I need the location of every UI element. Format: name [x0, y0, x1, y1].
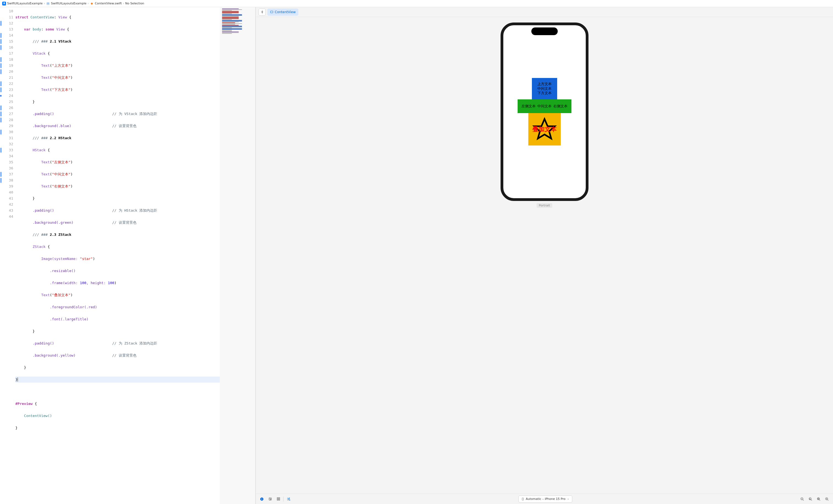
- proto: View: [56, 27, 65, 31]
- pin-icon: [260, 10, 264, 14]
- cmt: /// ###: [33, 232, 50, 236]
- str: "中间文本": [52, 172, 71, 176]
- preview-footer: Automatic – iPhone 15 Pro 1: [256, 494, 833, 504]
- sliders-icon: [287, 497, 290, 501]
- chevron-icon: ›: [88, 2, 89, 5]
- type: VStack: [33, 51, 46, 55]
- canvas-icon: [270, 10, 273, 14]
- cursor-icon: [268, 497, 272, 501]
- svg-rect-0: [270, 11, 273, 13]
- zstack-overlay-text: 叠加文本: [532, 125, 556, 133]
- cmt: // 设置背景色: [112, 221, 136, 225]
- preview-canvas[interactable]: 上方文本 中间文本 下方文本 左侧文本 中间文本 右侧文本: [256, 17, 833, 494]
- cmt: 2.1 VStack: [50, 39, 71, 43]
- vstack-preview: 上方文本 中间文本 下方文本: [532, 78, 557, 100]
- fn: Text: [41, 160, 50, 164]
- svg-point-16: [817, 497, 819, 500]
- str: "叠加文本": [52, 293, 71, 297]
- cmt: // 为 HStack 添加内边距: [112, 208, 157, 212]
- cmt: /// ###: [33, 136, 50, 140]
- meth: .font(.largeTitle): [50, 317, 89, 321]
- type: ContentView: [30, 15, 54, 19]
- svg-point-9: [289, 498, 290, 498]
- chevron-icon: ›: [123, 2, 124, 5]
- breadcrumb[interactable]: A SwiftUILayoutsExample › ▤ SwiftUILayou…: [0, 0, 833, 7]
- vstack-text: 上方文本: [538, 82, 552, 86]
- cmt: // 设置背景色: [112, 124, 136, 128]
- zoom-fit-button[interactable]: [815, 496, 822, 502]
- selectable-button[interactable]: [267, 496, 273, 502]
- str: "上方文本": [52, 64, 71, 68]
- preview-chip-label: ContentView: [275, 10, 295, 14]
- meth: .foregroundColor(.red): [50, 305, 97, 309]
- minimap[interactable]: [220, 7, 256, 504]
- zoom-actual-button[interactable]: 1: [807, 496, 814, 502]
- cmt: // 为 VStack 添加内边距: [112, 112, 157, 116]
- play-icon: [260, 497, 264, 501]
- cmt: 2.2 HStack: [50, 136, 71, 140]
- bc-project[interactable]: SwiftUILayoutsExample: [7, 2, 43, 5]
- phone-icon: [521, 497, 524, 501]
- zoom-out-button[interactable]: [799, 496, 806, 502]
- zoom-100-icon: 1: [809, 497, 812, 501]
- meth: .background(.yellow): [33, 353, 76, 357]
- vstack-text: 下方文本: [538, 91, 552, 96]
- svg-rect-8: [279, 499, 280, 500]
- phone-content: 上方文本 中间文本 下方文本 左侧文本 中间文本 右侧文本: [518, 78, 571, 146]
- fn: Text: [41, 87, 50, 92]
- str: "star": [80, 257, 93, 261]
- svg-point-11: [290, 500, 290, 500]
- swift-file-icon: ◆: [90, 2, 94, 5]
- device-selector[interactable]: Automatic – iPhone 15 Pro: [518, 496, 572, 503]
- cmt: // 设置背景色: [112, 353, 136, 357]
- hstack-text: 左侧文本: [521, 104, 536, 109]
- zoom-fit-icon: [817, 497, 820, 501]
- num: 100: [108, 281, 114, 285]
- zoom-in-icon: [825, 497, 829, 501]
- id: body: [33, 27, 41, 31]
- device-settings-button[interactable]: [285, 496, 292, 502]
- cmt: // 为 ZStack 添加内边距: [112, 341, 157, 345]
- fn: Image(systemName:: [41, 257, 80, 261]
- code-editor[interactable]: 10 11 12 13 14 15 16 17 18 19 20 21 22 2…: [0, 7, 220, 504]
- cmt: /// ###: [33, 39, 50, 43]
- type: ZStack: [33, 245, 46, 249]
- svg-point-10: [288, 499, 289, 499]
- str: "左侧文本": [52, 160, 71, 164]
- svg-rect-17: [818, 498, 819, 499]
- zstack-preview: 叠加文本: [528, 113, 561, 146]
- fn: Text: [41, 75, 50, 80]
- pin-button[interactable]: [259, 8, 266, 16]
- zoom-in-button[interactable]: [824, 496, 830, 502]
- chevron-icon: ›: [44, 2, 45, 5]
- svg-rect-7: [277, 499, 278, 500]
- bc-file[interactable]: ContentView.swift: [95, 2, 122, 5]
- bc-selection[interactable]: No Selection: [125, 2, 144, 5]
- preview-chip[interactable]: ContentView: [267, 8, 299, 16]
- str: "右侧文本": [52, 184, 71, 188]
- meth: .padding(): [33, 208, 54, 212]
- live-preview-button[interactable]: [259, 496, 265, 502]
- grid-icon: [277, 497, 280, 501]
- fn: Text: [41, 64, 50, 68]
- svg-rect-5: [277, 498, 278, 499]
- fn: Text: [41, 293, 50, 297]
- macro: #Preview: [16, 402, 33, 406]
- svg-rect-12: [522, 498, 523, 500]
- device-label: Automatic – iPhone 15 Pro: [526, 497, 565, 501]
- bc-group[interactable]: SwiftUILayoutsExample: [51, 2, 87, 5]
- vstack-text: 中间文本: [538, 86, 552, 91]
- code-content[interactable]: struct ContentView: View { var body: som…: [16, 7, 220, 504]
- line-gutter: 10 11 12 13 14 15 16 17 18 19 20 21 22 2…: [0, 7, 16, 504]
- meth: , height:: [86, 281, 108, 285]
- hstack-preview: 左侧文本 中间文本 右侧文本: [518, 99, 571, 113]
- type: HStack: [33, 148, 46, 152]
- str: "中间文本": [52, 75, 71, 80]
- kw: some: [46, 27, 54, 31]
- orientation-label: Portrait: [537, 203, 552, 208]
- proto: View: [58, 15, 67, 19]
- project-icon: A: [2, 2, 6, 5]
- text-cursor: [18, 377, 18, 382]
- chevron-down-icon: [567, 498, 569, 500]
- variants-button[interactable]: [275, 496, 282, 502]
